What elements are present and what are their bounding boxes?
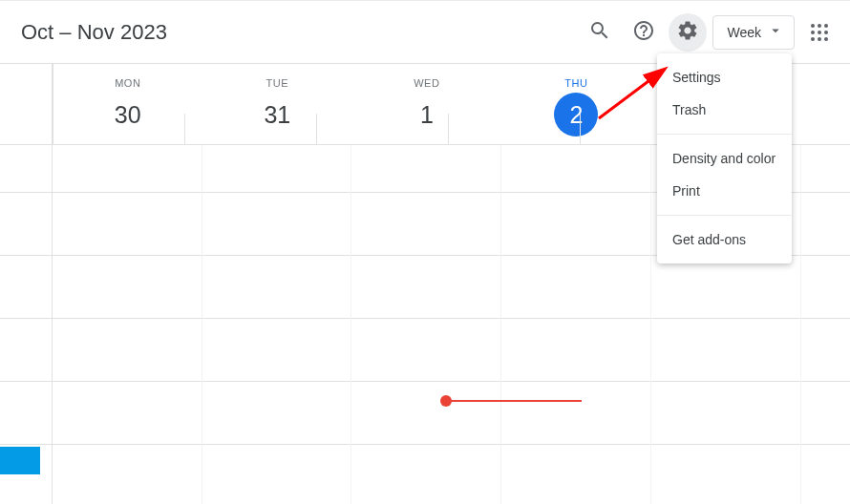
header-actions: Week (581, 13, 839, 52)
day-name: WED (414, 77, 439, 89)
menu-item-trash[interactable]: Trash (657, 94, 792, 126)
day-header-partial (800, 64, 850, 144)
menu-item-addons[interactable]: Get add-ons (657, 223, 792, 256)
help-button[interactable] (625, 13, 663, 52)
view-selector[interactable]: Week (712, 15, 795, 50)
chevron-down-icon (767, 22, 784, 42)
menu-divider (657, 134, 792, 135)
apps-button[interactable] (800, 13, 839, 52)
day-number[interactable]: 1 (405, 93, 449, 136)
day-name: THU (564, 77, 587, 89)
day-header-tue[interactable]: TUE 31 (202, 64, 352, 144)
gear-icon (676, 19, 699, 45)
event-block[interactable] (0, 447, 40, 474)
day-header-mon[interactable]: MON 30 (53, 64, 202, 144)
search-icon (588, 19, 611, 45)
view-label: Week (727, 25, 761, 40)
help-icon (632, 19, 655, 45)
menu-divider (657, 215, 792, 216)
menu-item-settings[interactable]: Settings (657, 61, 792, 94)
grid-col-thu[interactable] (501, 145, 651, 504)
apps-icon (811, 24, 828, 41)
settings-button[interactable] (669, 13, 707, 52)
menu-item-density[interactable]: Density and color (657, 142, 792, 175)
settings-menu: Settings Trash Density and color Print G… (657, 53, 792, 263)
grid-col-mon[interactable] (53, 145, 202, 504)
grid-col-partial[interactable] (801, 145, 850, 504)
menu-item-print[interactable]: Print (657, 175, 792, 207)
now-indicator (446, 400, 582, 402)
grid-col-wed[interactable] (351, 145, 501, 504)
grid-col-tue[interactable] (202, 145, 352, 504)
day-header-wed[interactable]: WED 1 (351, 64, 501, 144)
search-button[interactable] (581, 13, 619, 52)
date-range-title: Oct – Nov 2023 (21, 20, 581, 45)
day-name: TUE (266, 77, 289, 89)
day-header-thu[interactable]: THU 2 (501, 64, 651, 144)
day-number-today[interactable]: 2 (554, 93, 598, 136)
timezone-gutter (0, 64, 53, 144)
day-name: MON (115, 77, 140, 89)
day-number[interactable]: 31 (255, 93, 299, 136)
day-number[interactable]: 30 (106, 93, 150, 136)
